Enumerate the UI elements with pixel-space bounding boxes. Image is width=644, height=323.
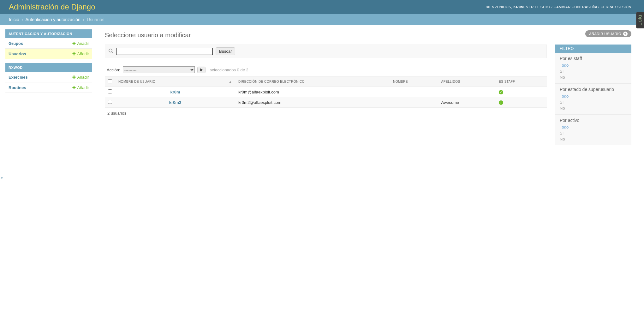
- first-name-cell: [390, 97, 438, 108]
- svg-line-1: [112, 52, 113, 53]
- check-icon: ✓: [499, 90, 503, 94]
- sidebar-add-link[interactable]: ✚ Añadir: [72, 41, 89, 46]
- sidebar-item: Routines✚ Añadir: [5, 82, 92, 93]
- search-toolbar: [105, 45, 547, 58]
- breadcrumb-home[interactable]: Inicio: [9, 17, 19, 22]
- sidebar-item: Usuarios✚ Añadir: [5, 49, 92, 59]
- object-tools: AÑADIR USUARIO +: [585, 30, 631, 37]
- plus-icon: ✚: [72, 41, 76, 46]
- action-go-button[interactable]: Ir: [197, 67, 206, 73]
- actions-bar: Acción: --------- Ir seleccionados 0 de …: [105, 64, 547, 76]
- sort-asc-icon: ▲: [229, 80, 232, 83]
- djdt-handle[interactable]: DjDT: [636, 12, 644, 28]
- select-all-header: [105, 77, 115, 87]
- sidebar-item-link[interactable]: Routines: [9, 85, 26, 90]
- breadcrumb: Inicio › Autenticación y autorización › …: [0, 14, 644, 25]
- is-staff-cell: ✓: [496, 97, 547, 108]
- sidebar-item: Exercises✚ Añadir: [5, 72, 92, 82]
- filter-option[interactable]: No: [560, 137, 565, 141]
- sidebar-add-link[interactable]: ✚ Añadir: [72, 51, 89, 56]
- welcome-text: BIENVENIDOS,: [486, 5, 514, 9]
- col-username[interactable]: NOMBRE DE USUARIO ▲: [115, 77, 235, 87]
- table-row: kr0mkr0m@alfaexploit.com✓: [105, 87, 547, 97]
- filter-option[interactable]: Sí: [560, 100, 564, 105]
- svg-point-0: [109, 49, 112, 52]
- filter-option[interactable]: Todo: [560, 94, 569, 99]
- col-first-name[interactable]: NOMBRE: [390, 77, 438, 87]
- email-cell: kr0m@alfaexploit.com: [235, 87, 390, 97]
- first-name-cell: [390, 87, 438, 97]
- filter-options: TodoSíNo: [555, 62, 631, 83]
- paginator: 2 usuarios: [105, 108, 547, 119]
- check-icon: ✓: [499, 100, 503, 105]
- sidebar-item-link[interactable]: Grupos: [9, 41, 23, 46]
- breadcrumb-sep: ›: [82, 17, 86, 22]
- sidebar-module: RXWODExercises✚ AñadirRoutines✚ Añadir: [5, 63, 92, 93]
- filter-group-title: Por es staff: [555, 53, 631, 62]
- header: Administración de Django BIENVENIDOS, KR…: [0, 0, 644, 14]
- filter-options: TodoSíNo: [555, 93, 631, 114]
- plus-icon: ✚: [72, 75, 76, 80]
- filter-sidebar: FILTRO Por es staffTodoSíNoPor estado de…: [555, 45, 631, 145]
- row-checkbox[interactable]: [108, 100, 112, 104]
- username-link[interactable]: kr0m2: [169, 100, 181, 105]
- plus-icon: ✚: [72, 51, 76, 56]
- sidebar-module: AUTENTICACIÓN Y AUTORIZACIÓNGrupos✚ Añad…: [5, 29, 92, 59]
- filter-option[interactable]: Sí: [560, 69, 564, 74]
- filter-option[interactable]: Todo: [560, 63, 569, 68]
- search-icon: [108, 48, 113, 55]
- search-button[interactable]: [216, 47, 235, 55]
- filter-option[interactable]: Sí: [560, 131, 564, 135]
- branding-title[interactable]: Administración de Django: [9, 3, 95, 11]
- current-user: KR0M: [513, 5, 524, 9]
- plus-icon: ✚: [72, 85, 76, 90]
- select-all-checkbox[interactable]: [108, 79, 112, 83]
- breadcrumb-current: Usuarios: [87, 17, 104, 22]
- filter-options: TodoSíNo: [555, 124, 631, 145]
- sidebar-add-link[interactable]: ✚ Añadir: [72, 85, 89, 90]
- user-tools: BIENVENIDOS, KR0M. VER EL SITIO / CAMBIA…: [486, 5, 632, 9]
- view-site-link[interactable]: VER EL SITIO: [526, 5, 551, 9]
- selection-count: seleccionados 0 de 2: [210, 68, 248, 72]
- username-link[interactable]: kr0m: [170, 90, 180, 94]
- email-cell: kr0m2@alfaexploit.com: [235, 97, 390, 108]
- filter-option[interactable]: No: [560, 75, 565, 80]
- sidebar-item-link[interactable]: Usuarios: [9, 51, 26, 56]
- last-name-cell: [438, 87, 496, 97]
- filter-group-title: Por activo: [555, 114, 631, 124]
- content: AÑADIR USUARIO + Seleccione usuario a mo…: [92, 25, 644, 152]
- filter-option[interactable]: Todo: [560, 125, 569, 129]
- results-table: NOMBRE DE USUARIO ▲ DIRECCIÓN DE CORREO …: [105, 76, 547, 108]
- table-row: kr0m2kr0m2@alfaexploit.comAwesome✓: [105, 97, 547, 108]
- page-title: Seleccione usuario a modificar: [105, 32, 631, 39]
- col-last-name[interactable]: APELLIDOS: [438, 77, 496, 87]
- sidebar-section-title: AUTENTICACIÓN Y AUTORIZACIÓN: [5, 29, 92, 38]
- breadcrumb-sep: ›: [21, 17, 25, 22]
- sidebar-section-title: RXWOD: [5, 63, 92, 72]
- col-email[interactable]: DIRECCIÓN DE CORREO ELECTRÓNICO: [235, 77, 390, 87]
- sidebar-item: Grupos✚ Añadir: [5, 38, 92, 49]
- row-checkbox[interactable]: [108, 89, 112, 93]
- sidebar-item-link[interactable]: Exercises: [9, 75, 28, 80]
- breadcrumb-app[interactable]: Autenticación y autorización: [25, 17, 80, 22]
- filter-option[interactable]: No: [560, 106, 565, 111]
- filter-heading: FILTRO: [555, 45, 631, 53]
- add-user-button[interactable]: AÑADIR USUARIO +: [585, 30, 631, 37]
- nav-sidebar: AUTENTICACIÓN Y AUTORIZACIÓNGrupos✚ Añad…: [0, 25, 92, 152]
- change-password-link[interactable]: CAMBIAR CONTRASEÑA: [554, 5, 597, 9]
- last-name-cell: Awesome: [438, 97, 496, 108]
- is-staff-cell: ✓: [496, 87, 547, 97]
- action-select[interactable]: ---------: [123, 66, 195, 73]
- sidebar-add-link[interactable]: ✚ Añadir: [72, 75, 89, 80]
- add-user-label: AÑADIR USUARIO: [589, 32, 621, 36]
- plus-icon: +: [623, 32, 628, 36]
- action-label: Acción:: [107, 68, 120, 72]
- search-input[interactable]: [116, 48, 213, 55]
- col-is-staff[interactable]: ES STAFF: [496, 77, 547, 87]
- logout-link[interactable]: CERRAR SESIÓN: [600, 5, 631, 9]
- filter-group-title: Por estado de superusuario: [555, 83, 631, 93]
